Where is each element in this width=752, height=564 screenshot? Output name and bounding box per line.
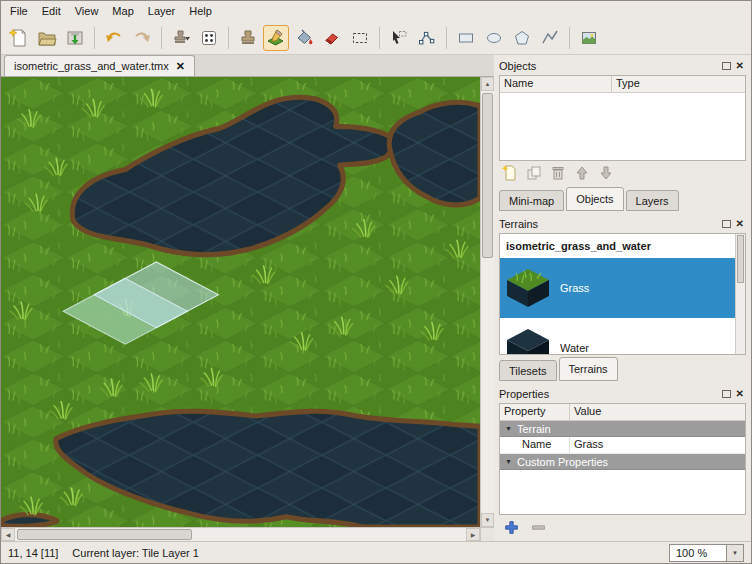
toolbar-separator	[94, 27, 95, 49]
save-button[interactable]	[62, 25, 88, 51]
insert-ellipse-button[interactable]	[481, 25, 507, 51]
tab-tilesets[interactable]: Tilesets	[499, 360, 557, 381]
objects-table: Name Type	[499, 75, 746, 161]
hscroll-thumb[interactable]	[17, 529, 192, 540]
toolbar-separator	[379, 27, 380, 49]
new-map-icon	[9, 28, 29, 48]
vscroll-track[interactable]	[481, 91, 494, 513]
objects-panel-label: Objects	[499, 60, 722, 72]
current-layer-label: Current layer: Tile Layer 1	[72, 547, 199, 559]
vscroll-thumb[interactable]	[482, 93, 493, 258]
lower-object-icon	[597, 164, 615, 182]
save-icon	[65, 28, 85, 48]
zoom-input[interactable]: 100 %	[669, 544, 727, 562]
eraser-button[interactable]	[319, 25, 345, 51]
terrains-panel-title: Terrains ✕	[499, 215, 746, 233]
edit-polygons-button[interactable]	[414, 25, 440, 51]
collapse-icon: ▼	[505, 458, 512, 465]
tab-objects[interactable]: Objects	[566, 187, 623, 211]
properties-close-icon[interactable]: ✕	[736, 389, 744, 399]
scroll-right-button[interactable]: ▶	[466, 528, 480, 541]
objects-list-empty[interactable]	[500, 93, 745, 160]
objects-panel-title: Objects ✕	[499, 57, 746, 75]
lower-object-button[interactable]	[595, 163, 617, 183]
insert-polyline-button[interactable]	[537, 25, 563, 51]
bucket-fill-icon	[294, 28, 314, 48]
menu-map[interactable]: Map	[105, 3, 140, 19]
remove-property-button[interactable]	[528, 518, 548, 536]
stamp-brush-button[interactable]	[235, 25, 261, 51]
property-row-name[interactable]: Name Grass	[500, 437, 745, 454]
terrain-item-grass[interactable]: Grass	[500, 258, 735, 318]
view-tab-bar: Tilesets Terrains	[499, 355, 746, 381]
terrains-close-icon[interactable]: ✕	[736, 219, 744, 229]
select-objects-button[interactable]	[386, 25, 412, 51]
objects-column-name[interactable]: Name	[500, 76, 612, 92]
tiled-window: File Edit View Map Layer Help	[0, 0, 752, 564]
menu-help[interactable]: Help	[182, 3, 219, 19]
insert-tile-button[interactable]	[576, 25, 602, 51]
properties-column-value[interactable]: Value	[570, 404, 745, 420]
undo-button[interactable]	[101, 25, 127, 51]
scroll-up-button[interactable]: ▲	[481, 77, 494, 91]
redo-button[interactable]	[129, 25, 155, 51]
tab-layers[interactable]: Layers	[626, 190, 679, 211]
stamp-dropdown-button[interactable]	[168, 25, 194, 51]
collapse-icon: ▼	[505, 425, 512, 432]
down-arrow-icon: ▼	[485, 517, 491, 523]
new-map-button[interactable]	[6, 25, 32, 51]
menu-view[interactable]: View	[68, 3, 106, 19]
toolbar-separator	[161, 27, 162, 49]
menu-layer[interactable]: Layer	[141, 3, 183, 19]
map-canvas[interactable]	[1, 77, 480, 527]
select-objects-icon	[389, 28, 409, 48]
objects-float-icon[interactable]	[722, 62, 731, 70]
stamp-brush-icon	[238, 28, 258, 48]
add-property-button[interactable]	[501, 518, 521, 536]
rectangular-select-icon	[350, 28, 370, 48]
main-toolbar	[1, 21, 751, 55]
property-group-custom[interactable]: ▼ Custom Properties	[500, 454, 745, 470]
menu-file[interactable]: File	[3, 3, 35, 19]
horizontal-scrollbar[interactable]: ◀ ▶	[1, 527, 480, 541]
duplicate-object-button[interactable]	[523, 163, 545, 183]
insert-polygon-icon	[512, 28, 532, 48]
insert-polygon-button[interactable]	[509, 25, 535, 51]
zoom-dropdown-button[interactable]: ▼	[727, 544, 744, 562]
delete-object-button[interactable]	[547, 163, 569, 183]
toolbar-separator	[569, 27, 570, 49]
terrains-float-icon[interactable]	[722, 220, 731, 228]
open-button[interactable]	[34, 25, 60, 51]
scroll-down-button[interactable]: ▼	[481, 513, 494, 527]
tab-close-icon[interactable]: ✕	[176, 61, 185, 72]
status-bar: 11, 14 [11] Current layer: Tile Layer 1 …	[1, 541, 751, 563]
property-group-terrain[interactable]: ▼ Terrain	[500, 421, 745, 437]
menu-edit[interactable]: Edit	[35, 3, 68, 19]
tab-terrains[interactable]: Terrains	[559, 357, 618, 381]
raise-object-button[interactable]	[571, 163, 593, 183]
bucket-fill-button[interactable]	[291, 25, 317, 51]
terrains-scroll-thumb[interactable]	[737, 235, 744, 283]
new-object-button[interactable]	[499, 163, 521, 183]
document-tab[interactable]: isometric_grass_and_water.tmx ✕	[4, 55, 195, 76]
objects-toolbar	[499, 161, 746, 185]
vertical-scrollbar[interactable]: ▲ ▼	[480, 77, 494, 527]
tab-mini-map[interactable]: Mini-map	[499, 190, 564, 211]
new-object-icon	[501, 164, 519, 182]
insert-rectangle-button[interactable]	[453, 25, 479, 51]
properties-table: Property Value ▼ Terrain Name Grass ▼ Cu…	[499, 403, 746, 515]
terrain-item-water[interactable]: Water	[500, 318, 735, 354]
terrains-scrollbar[interactable]	[735, 234, 745, 354]
rectangular-select-button[interactable]	[347, 25, 373, 51]
objects-close-icon[interactable]: ✕	[736, 61, 744, 71]
terrain-tileset-header[interactable]: isometric_grass_and_water	[500, 234, 735, 258]
hscroll-track[interactable]	[15, 528, 466, 541]
scroll-left-button[interactable]: ◀	[1, 528, 15, 541]
properties-float-icon[interactable]	[722, 390, 731, 398]
property-name-value[interactable]: Grass	[570, 437, 745, 453]
terrain-brush-button[interactable]	[263, 25, 289, 51]
objects-column-type[interactable]: Type	[612, 76, 745, 92]
random-mode-button[interactable]	[196, 25, 222, 51]
properties-column-property[interactable]: Property	[500, 404, 570, 420]
undo-icon	[104, 28, 124, 48]
